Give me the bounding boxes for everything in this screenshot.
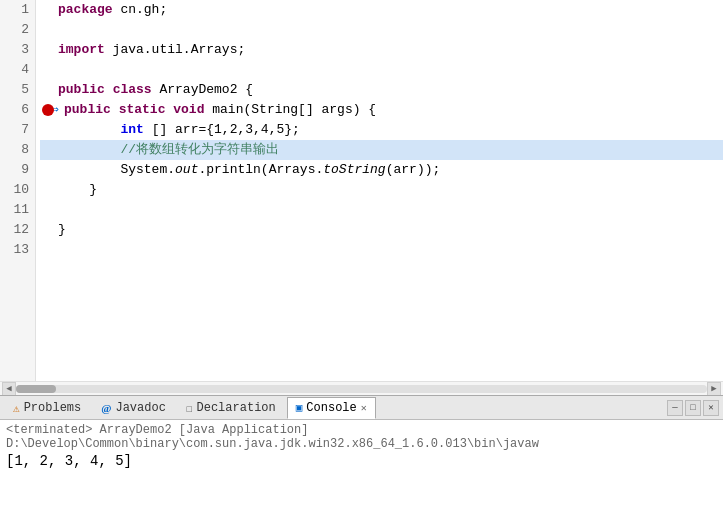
line-marker-6: ⇒ — [44, 100, 58, 120]
code-line-5: public class ArrayDemo2 { — [40, 80, 723, 100]
code-line-8: //将数组转化为字符串输出 — [40, 140, 723, 160]
code-line-2 — [40, 20, 723, 40]
scroll-left-arrow[interactable]: ◀ — [2, 382, 16, 396]
line-num-4: 4 — [6, 60, 29, 80]
line-num-2: 2 — [6, 20, 29, 40]
console-close-icon[interactable]: ✕ — [361, 402, 367, 414]
line-num-5: 5 — [6, 80, 29, 100]
bottom-panel: ⚠ Problems @ Javadoc ☐ Declaration ▣ Con… — [0, 395, 723, 505]
javadoc-icon: @ — [101, 402, 111, 414]
line-num-6: 6 — [6, 100, 29, 120]
scroll-thumb[interactable] — [16, 385, 56, 393]
line-num-8: 8 — [6, 140, 29, 160]
line-num-10: 10 — [6, 180, 29, 200]
scroll-right-arrow[interactable]: ▶ — [707, 382, 721, 396]
keyword: public — [64, 100, 111, 120]
code-lines[interactable]: package cn.gh; import java.util.Arrays; … — [36, 0, 723, 381]
tab-declaration[interactable]: ☐ Declaration — [177, 397, 285, 419]
line-num-3: 3 — [6, 40, 29, 60]
line-num-9: 9 — [6, 160, 29, 180]
panel-right-buttons: — □ ✕ — [667, 400, 719, 416]
scroll-track[interactable] — [16, 385, 707, 393]
code-line-9: System.out.println(Arrays.toString(arr))… — [40, 160, 723, 180]
console-icon: ▣ — [296, 401, 303, 414]
code-line-7: int [] arr={1,2,3,4,5}; — [40, 120, 723, 140]
tab-javadoc[interactable]: @ Javadoc — [92, 397, 175, 419]
console-content: <terminated> ArrayDemo2 [Java Applicatio… — [0, 420, 723, 505]
code-line-13 — [40, 240, 723, 260]
line-numbers: 1 2 3 4 5 6 7 8 9 10 11 12 13 — [0, 0, 36, 381]
tab-problems-label: Problems — [24, 401, 82, 415]
code-line-10: } — [40, 180, 723, 200]
code-line-11 — [40, 200, 723, 220]
keyword: import — [58, 40, 105, 60]
panel-minimize-button[interactable]: — — [667, 400, 683, 416]
horizontal-scrollbar[interactable]: ◀ ▶ — [0, 381, 723, 395]
keyword: public — [58, 80, 105, 100]
code-line-6: ⇒ public static void main(String[] args)… — [40, 100, 723, 120]
line-num-11: 11 — [6, 200, 29, 220]
tab-console[interactable]: ▣ Console ✕ — [287, 397, 376, 419]
code-line-12: } — [40, 220, 723, 240]
line-num-7: 7 — [6, 120, 29, 140]
keyword: package — [58, 0, 113, 20]
console-output: [1, 2, 3, 4, 5] — [6, 453, 717, 469]
line-num-13: 13 — [6, 240, 29, 260]
problems-icon: ⚠ — [13, 402, 20, 415]
code-line-4 — [40, 60, 723, 80]
tab-problems[interactable]: ⚠ Problems — [4, 397, 90, 419]
code-editor: 1 2 3 4 5 6 7 8 9 10 11 12 13 package cn… — [0, 0, 723, 395]
code-content: 1 2 3 4 5 6 7 8 9 10 11 12 13 package cn… — [0, 0, 723, 381]
declaration-icon: ☐ — [186, 402, 193, 415]
tab-javadoc-label: Javadoc — [115, 401, 165, 415]
console-terminated-text: <terminated> ArrayDemo2 [Java Applicatio… — [6, 423, 717, 451]
tab-declaration-label: Declaration — [197, 401, 276, 415]
panel-maximize-button[interactable]: □ — [685, 400, 701, 416]
code-line-1: package cn.gh; — [40, 0, 723, 20]
tab-console-label: Console — [306, 401, 356, 415]
line-num-1: 1 — [6, 0, 29, 20]
panel-close-button[interactable]: ✕ — [703, 400, 719, 416]
line-num-12: 12 — [6, 220, 29, 240]
tabs-bar: ⚠ Problems @ Javadoc ☐ Declaration ▣ Con… — [0, 396, 723, 420]
code-line-3: import java.util.Arrays; — [40, 40, 723, 60]
